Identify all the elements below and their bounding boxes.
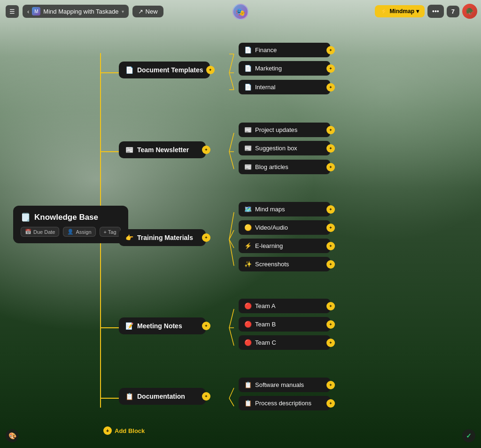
expand-project-updates[interactable]: + xyxy=(326,126,335,134)
workspace-avatar: M xyxy=(32,7,40,15)
expand-finance[interactable]: + xyxy=(326,46,335,54)
leaf-label: E-learning xyxy=(255,242,283,249)
leaf-e-learning[interactable]: ⚡ E-learning + xyxy=(239,239,330,253)
expand-screenshots[interactable]: + xyxy=(326,260,335,269)
mindmap-canvas: 🗒️ Knowledge Base 📅 Due Date 👤 Assign + … xyxy=(0,23,481,448)
leaf-icon: 📰 xyxy=(244,145,252,152)
leaf-process-descriptions[interactable]: 📋 Process descriptions + xyxy=(239,396,330,410)
leaf-label: Suggestion box xyxy=(255,145,297,152)
expand-doc-templates[interactable]: + xyxy=(206,66,215,74)
back-icon: ‹ xyxy=(27,8,29,15)
svg-line-13 xyxy=(229,152,234,169)
expand-blog-articles[interactable]: + xyxy=(326,163,335,171)
topbar: ☰ ‹ M Mind Mapping with Taskade ▾ ↗ New … xyxy=(0,0,481,23)
expand-documentation[interactable]: + xyxy=(202,392,210,401)
svg-line-20 xyxy=(229,328,234,346)
leaf-team-a[interactable]: 🔴 Team A + xyxy=(239,299,330,313)
user-count-badge: 7 xyxy=(447,6,459,17)
leaf-label: Marketing xyxy=(255,65,282,72)
branch-icon: 👉 xyxy=(125,234,133,241)
expand-team-c[interactable]: + xyxy=(326,339,335,347)
leaf-label: Software manuals xyxy=(255,381,304,388)
hamburger-button[interactable]: ☰ xyxy=(6,5,19,18)
expand-team-a[interactable]: + xyxy=(326,302,335,310)
due-date-label: Due Date xyxy=(33,229,55,235)
svg-line-21 xyxy=(229,388,234,398)
leaf-suggestion-box[interactable]: 📰 Suggestion box + xyxy=(239,141,330,155)
expand-software-manuals[interactable]: + xyxy=(326,381,335,389)
new-button[interactable]: ↗ New xyxy=(132,6,163,17)
leaf-team-b[interactable]: 🔴 Team B + xyxy=(239,317,330,332)
mindmap-icon: ⚡ xyxy=(380,8,388,15)
leaf-finance[interactable]: 📄 Finance + xyxy=(239,43,330,57)
branch-documentation[interactable]: 📋 Documentation + xyxy=(119,388,206,405)
expand-e-learning[interactable]: + xyxy=(326,242,335,250)
expand-team-newsletter[interactable]: + xyxy=(202,146,210,154)
leaf-project-updates[interactable]: 📰 Project updates + xyxy=(239,123,330,137)
leaf-icon: 📄 xyxy=(244,46,252,54)
mindmap-chevron: ▾ xyxy=(416,8,419,15)
center-avatar: 🎭 xyxy=(233,4,248,20)
branch-doc-templates[interactable]: 📄 Document Templates + xyxy=(119,62,210,78)
expand-video-audio[interactable]: + xyxy=(326,224,335,232)
tag-button[interactable]: + Tag xyxy=(100,227,121,237)
assign-button[interactable]: 👤 Assign xyxy=(63,227,95,237)
leaf-icon: 🔴 xyxy=(244,321,252,328)
leaf-icon: 🔴 xyxy=(244,339,252,346)
leaf-icon: 📄 xyxy=(244,84,252,91)
leaf-label: Team A xyxy=(255,302,275,309)
branch-label: Team Newsletter xyxy=(137,146,189,154)
leaf-internal[interactable]: 📄 Internal + xyxy=(239,80,330,94)
leaf-icon: 📰 xyxy=(244,163,252,170)
branch-team-newsletter[interactable]: 📰 Team Newsletter + xyxy=(119,141,206,158)
add-block-label: Add Block xyxy=(115,427,145,434)
expand-meeting-notes[interactable]: + xyxy=(202,322,210,330)
leaf-label: Internal xyxy=(255,84,275,91)
mindmap-label: Mindmap xyxy=(389,8,414,15)
branch-training-materials[interactable]: 👉 Training Materials + xyxy=(119,229,206,246)
leaf-mind-maps[interactable]: 🗺️ Mind maps + xyxy=(239,202,330,216)
leaf-label: Blog articles xyxy=(255,163,288,170)
mindmap-button[interactable]: ⚡ Mindmap ▾ xyxy=(375,5,425,17)
hamburger-icon: ☰ xyxy=(9,8,15,15)
branch-label: Training Materials xyxy=(137,234,193,241)
add-block-button[interactable]: + Add Block xyxy=(103,426,145,435)
expand-process-descriptions[interactable]: + xyxy=(326,399,335,408)
leaf-screenshots[interactable]: ✨ Screenshots + xyxy=(239,257,330,271)
svg-line-17 xyxy=(229,239,234,266)
leaf-label: Screenshots xyxy=(255,261,289,268)
breadcrumb[interactable]: ‹ M Mind Mapping with Taskade ▾ xyxy=(23,5,129,18)
leaf-blog-articles[interactable]: 📰 Blog articles + xyxy=(239,160,330,174)
branch-label: Document Templates xyxy=(137,66,203,74)
branch-icon: 📋 xyxy=(125,393,133,400)
root-actions: 📅 Due Date 👤 Assign + Tag xyxy=(21,227,121,237)
expand-suggestion-box[interactable]: + xyxy=(326,144,335,153)
branch-icon: 📰 xyxy=(125,146,133,154)
leaf-icon: 📰 xyxy=(244,126,252,133)
svg-line-8 xyxy=(229,73,234,90)
dots-icon: ••• xyxy=(432,8,439,15)
leaf-team-c[interactable]: 🔴 Team C + xyxy=(239,335,330,350)
svg-line-15 xyxy=(229,230,234,239)
leaf-icon: 🟡 xyxy=(244,224,252,231)
leaf-marketing[interactable]: 📄 Marketing + xyxy=(239,61,330,76)
leaf-icon: ✨ xyxy=(244,261,252,268)
leaf-icon: 🔴 xyxy=(244,302,252,309)
expand-marketing[interactable]: + xyxy=(326,64,335,73)
branch-meeting-notes[interactable]: 📝 Meeting Notes + xyxy=(119,317,206,334)
due-date-button[interactable]: 📅 Due Date xyxy=(21,227,59,237)
svg-line-16 xyxy=(229,239,234,248)
expand-internal[interactable]: + xyxy=(326,83,335,92)
more-options-button[interactable]: ••• xyxy=(427,5,444,18)
leaf-icon: 📋 xyxy=(244,381,252,388)
leaf-software-manuals[interactable]: 📋 Software manuals + xyxy=(239,378,330,392)
branch-label: Meeting Notes xyxy=(137,322,182,330)
svg-line-22 xyxy=(229,398,234,406)
leaf-label: Project updates xyxy=(255,126,297,133)
leaf-label: Team C xyxy=(255,339,276,346)
expand-mind-maps[interactable]: + xyxy=(326,205,335,214)
expand-team-b[interactable]: + xyxy=(326,320,335,329)
expand-training-materials[interactable]: + xyxy=(202,233,210,242)
leaf-video-audio[interactable]: 🟡 Video/Audio + xyxy=(239,220,330,235)
root-node[interactable]: 🗒️ Knowledge Base 📅 Due Date 👤 Assign + … xyxy=(13,206,128,243)
